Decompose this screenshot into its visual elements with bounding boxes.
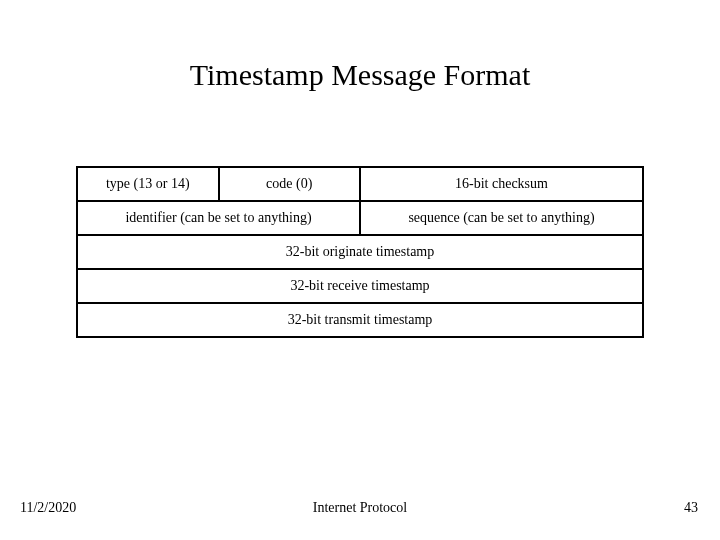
table-row: type (13 or 14) code (0) 16-bit checksum xyxy=(77,167,643,201)
table-row: 32-bit receive timestamp xyxy=(77,269,643,303)
slide-footer: 11/2/2020 Internet Protocol 43 xyxy=(0,496,720,516)
slide-title: Timestamp Message Format xyxy=(0,58,720,92)
field-transmit-timestamp: 32-bit transmit timestamp xyxy=(77,303,643,337)
field-originate-timestamp: 32-bit originate timestamp xyxy=(77,235,643,269)
footer-page-number: 43 xyxy=(684,500,698,516)
field-receive-timestamp: 32-bit receive timestamp xyxy=(77,269,643,303)
field-code: code (0) xyxy=(219,167,361,201)
message-format-table: type (13 or 14) code (0) 16-bit checksum… xyxy=(76,166,644,338)
table-row: identifier (can be set to anything) sequ… xyxy=(77,201,643,235)
footer-subject: Internet Protocol xyxy=(0,500,720,516)
table-row: 32-bit originate timestamp xyxy=(77,235,643,269)
field-checksum: 16-bit checksum xyxy=(360,167,643,201)
slide: Timestamp Message Format type (13 or 14)… xyxy=(0,0,720,540)
field-sequence: sequence (can be set to anything) xyxy=(360,201,643,235)
field-type: type (13 or 14) xyxy=(77,167,219,201)
table-row: 32-bit transmit timestamp xyxy=(77,303,643,337)
field-identifier: identifier (can be set to anything) xyxy=(77,201,360,235)
